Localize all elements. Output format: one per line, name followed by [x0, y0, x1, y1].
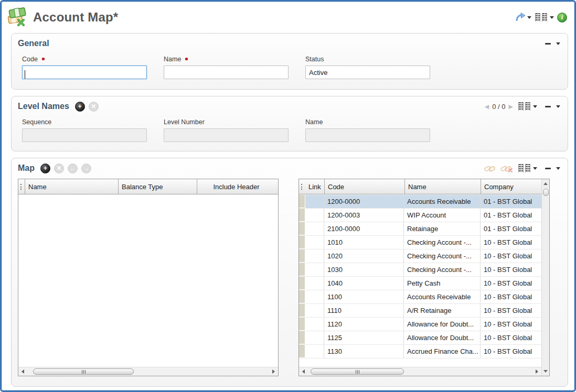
- horizontal-scrollbar[interactable]: [18, 367, 278, 376]
- table-row[interactable]: 1125Allowance for Doubt...10 - BST Globa…: [299, 331, 541, 345]
- general-panel-title: General: [18, 39, 49, 48]
- cell-name: Allowance for Doubt...: [404, 318, 481, 331]
- row-handle-header: [18, 179, 25, 194]
- cell-link: [305, 222, 324, 235]
- cell-link: [305, 290, 324, 303]
- sequence-field: Sequence: [22, 118, 147, 142]
- vertical-scrollbar[interactable]: [541, 179, 549, 376]
- handle-cell: [299, 209, 305, 222]
- cell-company: 10 - BST Global: [481, 318, 541, 331]
- delete-level-button[interactable]: ✕: [89, 102, 99, 112]
- scrollbar-thumb[interactable]: [543, 189, 549, 196]
- general-panel: General Code Name Status: [11, 33, 568, 90]
- column-header-link[interactable]: Link: [305, 179, 324, 194]
- table-row[interactable]: 1200-0003WIP Account01 - BST Global: [299, 209, 541, 222]
- table-row[interactable]: 1020Checking Account -...10 - BST Global: [299, 249, 541, 263]
- cell-name: Petty Cash: [404, 277, 481, 290]
- horizontal-scrollbar[interactable]: [299, 367, 541, 376]
- scroll-right-icon[interactable]: [272, 369, 275, 374]
- chevron-down-icon[interactable]: [556, 42, 560, 45]
- cell-company: 10 - BST Global: [481, 263, 541, 276]
- chevron-down-icon[interactable]: [550, 16, 554, 19]
- column-header-name[interactable]: Name: [25, 179, 118, 194]
- cell-name: Checking Account -...: [404, 263, 481, 276]
- required-marker: [42, 58, 45, 60]
- link-icon[interactable]: [484, 164, 496, 173]
- right-grid-body[interactable]: 1200-0000Accounts Receivable01 - BST Glo…: [299, 195, 541, 367]
- table-row[interactable]: 1130Accrued Finance Cha...10 - BST Globa…: [299, 345, 541, 358]
- collapse-icon[interactable]: [545, 168, 551, 169]
- scroll-down-icon[interactable]: [543, 370, 548, 373]
- table-row[interactable]: 1200-0000Accounts Receivable01 - BST Glo…: [299, 195, 541, 209]
- scroll-right-icon[interactable]: [536, 369, 538, 374]
- table-row[interactable]: 1030Checking Account -...10 - BST Global: [299, 263, 541, 277]
- cell-name: Accounts Receivable: [404, 195, 481, 208]
- cell-company: 01 - BST Global: [481, 195, 541, 208]
- cell-code: 1020: [324, 249, 404, 263]
- table-row[interactable]: 1010Checking Account -...10 - BST Global: [299, 236, 541, 249]
- collapse-icon[interactable]: [545, 43, 551, 45]
- pager-prev-icon[interactable]: ◀: [485, 103, 489, 110]
- redirect-arrow-icon[interactable]: [515, 12, 531, 23]
- column-header-balance-type[interactable]: Balance Type: [118, 179, 197, 194]
- move-right-button[interactable]: →: [81, 164, 91, 173]
- chevron-down-icon[interactable]: [533, 105, 537, 108]
- table-row[interactable]: 2100-0000Retainage01 - BST Global: [299, 222, 541, 236]
- handle-cell: [299, 236, 305, 249]
- info-icon[interactable]: i: [557, 13, 567, 23]
- scroll-up-icon[interactable]: [543, 182, 548, 185]
- scrollbar-thumb[interactable]: [33, 368, 134, 375]
- scroll-left-icon[interactable]: [302, 369, 305, 374]
- chevron-down-icon[interactable]: [556, 167, 560, 170]
- handle-cell: [299, 318, 305, 331]
- add-level-button[interactable]: +: [75, 102, 85, 112]
- column-header-name[interactable]: Name: [404, 179, 481, 194]
- chevron-down-icon[interactable]: [533, 167, 537, 170]
- scroll-left-icon[interactable]: [22, 369, 24, 374]
- cell-name: Retainage: [404, 222, 481, 235]
- move-left-button[interactable]: ←: [68, 164, 78, 173]
- cell-company: 10 - BST Global: [481, 331, 541, 344]
- record-pager: ◀ 0 / 0 ▶: [485, 103, 513, 111]
- handle-cell: [299, 222, 305, 235]
- collapse-icon[interactable]: [545, 106, 551, 107]
- delete-map-button[interactable]: ✕: [54, 164, 64, 173]
- add-map-button[interactable]: +: [40, 164, 50, 173]
- status-field: Status: [305, 56, 430, 79]
- cell-link: [305, 209, 324, 222]
- grid-header: Name Balance Type Include Header: [18, 179, 278, 194]
- cell-company: 10 - BST Global: [481, 290, 541, 303]
- scrollbar-thumb[interactable]: [311, 368, 404, 375]
- chevron-down-icon[interactable]: [556, 105, 560, 108]
- cell-name: Checking Account -...: [404, 236, 481, 249]
- page-title: Account Map*: [33, 10, 118, 25]
- code-input[interactable]: [22, 66, 147, 79]
- column-chooser-icon[interactable]: [535, 13, 554, 21]
- table-row[interactable]: 1040Petty Cash10 - BST Global: [299, 277, 541, 290]
- column-header-code[interactable]: Code: [324, 179, 404, 194]
- status-input[interactable]: [305, 66, 430, 79]
- left-grid-body[interactable]: [18, 195, 278, 367]
- map-structure-grid: Name Balance Type Include Header: [18, 179, 279, 376]
- required-marker: [185, 58, 188, 60]
- name-input[interactable]: [164, 66, 289, 79]
- pager-next-icon[interactable]: ▶: [509, 103, 513, 110]
- chevron-down-icon[interactable]: [527, 16, 531, 19]
- column-chooser-icon[interactable]: [518, 164, 537, 172]
- table-row[interactable]: 1110A/R Retainage10 - BST Global: [299, 304, 541, 318]
- cell-company: 01 - BST Global: [481, 209, 541, 222]
- cell-company: 10 - BST Global: [481, 345, 541, 358]
- column-header-include-header[interactable]: Include Header: [197, 179, 275, 194]
- cell-name: A/R Retainage: [404, 304, 481, 317]
- column-header-company[interactable]: Company: [481, 179, 541, 194]
- account-map-icon: [7, 7, 29, 27]
- column-chooser-icon[interactable]: [518, 102, 537, 111]
- status-label: Status: [305, 56, 324, 63]
- handle-cell: [299, 331, 305, 344]
- table-row[interactable]: 1120Allowance for Doubt...10 - BST Globa…: [299, 318, 541, 331]
- unlink-icon[interactable]: [500, 164, 513, 173]
- cell-code: 1110: [324, 304, 404, 317]
- cell-link: [305, 318, 324, 331]
- table-row[interactable]: 1100Accounts Receivable10 - BST Global: [299, 290, 541, 304]
- cell-link: [305, 304, 324, 317]
